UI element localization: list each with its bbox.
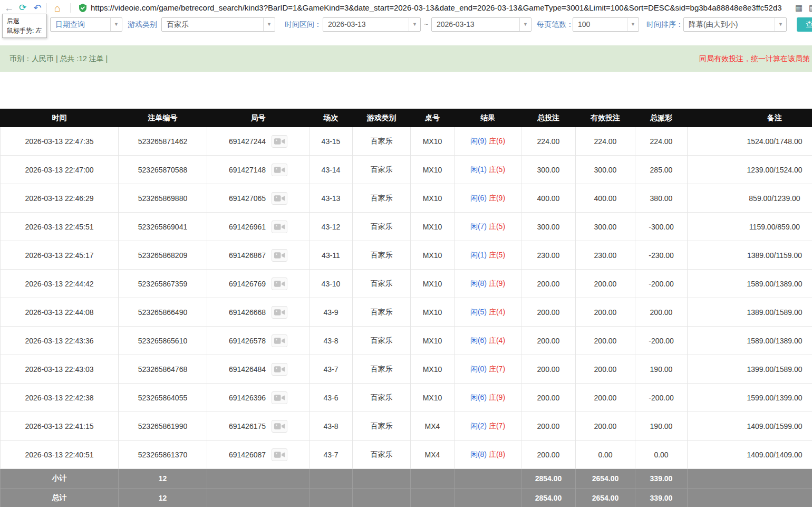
table-row: 2026-03-13 22:40:51 523265861370 6914260… [1, 441, 812, 469]
chevron-down-icon: ▼ [409, 18, 420, 31]
total-payout: 339.00 [635, 489, 688, 507]
cell-round: 691426484 [207, 355, 310, 384]
banker-result: 庄(8) [489, 450, 505, 458]
table-row: 2026-03-13 22:45:17 523265868209 6914268… [1, 241, 812, 270]
cell-table: MX4 [411, 412, 455, 441]
video-replay-icon[interactable] [272, 192, 287, 205]
cell-time: 2026-03-13 22:41:15 [1, 412, 119, 441]
cell-game-type: 百家乐 [353, 384, 411, 412]
round-number: 691427244 [229, 137, 266, 146]
video-replay-icon[interactable] [272, 164, 287, 176]
cell-valid-bet: 230.00 [576, 241, 635, 270]
cell-valid-bet: 200.00 [576, 412, 635, 441]
col-header-note: 备注 [688, 109, 812, 127]
cell-time: 2026-03-13 22:47:00 [1, 156, 119, 184]
player-result: 闲(1) [470, 165, 487, 174]
cell-valid-bet: 224.00 [576, 127, 635, 156]
cell-table: MX10 [411, 127, 455, 156]
cell-payout: 190.00 [635, 412, 688, 441]
cell-session: 43-10 [310, 270, 353, 298]
cell-table: MX10 [411, 213, 455, 241]
browser-edge-icon[interactable]: ▤ [806, 0, 812, 16]
cell-payout: 285.00 [635, 156, 688, 184]
address-bar[interactable]: https://videoie.com/game/betrecord_searc… [91, 0, 782, 16]
round-number: 691426961 [229, 223, 266, 231]
video-replay-icon[interactable] [272, 334, 287, 347]
cell-total-bet: 200.00 [521, 441, 576, 469]
date-query-value: 日期查询 [55, 18, 85, 31]
per-page-select[interactable]: 100 ▼ [573, 17, 639, 32]
cell-total-bet: 200.00 [521, 355, 576, 384]
cell-time: 2026-03-13 22:40:51 [1, 441, 119, 469]
col-header-valid-bet: 有效投注 [576, 109, 635, 127]
tooltip-action-label: 后退 [7, 16, 42, 26]
cell-payout: 190.00 [635, 355, 688, 384]
video-replay-icon[interactable] [272, 306, 287, 319]
video-replay-icon[interactable] [272, 363, 287, 376]
cell-note: 1239.00/1524.00 [688, 156, 812, 184]
banker-result: 庄(7) [489, 422, 505, 430]
video-replay-icon[interactable] [272, 278, 287, 290]
col-header-result: 结果 [455, 109, 521, 127]
cell-table: MX10 [411, 156, 455, 184]
cell-total-bet: 200.00 [521, 327, 576, 355]
cell-total-bet: 300.00 [521, 156, 576, 184]
video-replay-icon[interactable] [272, 448, 287, 461]
currency-total-summary: 币别：人民币 | 总共 :12 注单 | [9, 45, 108, 72]
summary-bar: 币别：人民币 | 总共 :12 注单 | 同局有效投注，统一计算在该局第 [0, 45, 812, 72]
video-replay-icon[interactable] [272, 249, 287, 262]
cell-bet-id: 523265869880 [119, 184, 207, 213]
apps-grid-icon[interactable]: ▦ [792, 0, 806, 16]
round-number: 691426769 [229, 280, 266, 288]
date-query-select[interactable]: 日期查询 ▼ [50, 17, 122, 32]
banker-result: 庄(5) [489, 222, 505, 231]
footer-empty-cell [207, 489, 310, 507]
cell-result: 闲(9) 庄(6) [455, 127, 521, 156]
cell-valid-bet: 200.00 [576, 384, 635, 412]
cell-round: 691427065 [207, 184, 310, 213]
video-replay-icon[interactable] [272, 135, 287, 148]
cell-game-type: 百家乐 [353, 412, 411, 441]
sort-value: 降幕(由大到小) [689, 18, 738, 31]
cell-payout: -200.00 [635, 384, 688, 412]
cell-note: 1409.00/1409.00 [688, 441, 812, 469]
footer-empty-cell [688, 469, 812, 489]
player-result: 闲(5) [470, 308, 487, 316]
cell-total-bet: 200.00 [521, 384, 576, 412]
search-button[interactable]: 查询 [797, 17, 812, 32]
sort-select[interactable]: 降幕(由大到小) ▼ [683, 17, 787, 32]
cell-note: 1159.00/859.00 [688, 213, 812, 241]
cell-bet-id: 523265870588 [119, 156, 207, 184]
cell-time: 2026-03-13 22:45:17 [1, 241, 119, 270]
video-replay-icon[interactable] [272, 391, 287, 404]
game-category-value: 百家乐 [167, 18, 189, 31]
cell-note: 859.00/1239.00 [688, 184, 812, 213]
table-row: 2026-03-13 22:42:38 523265864055 6914263… [1, 384, 812, 412]
sort-label: 时间排序： [646, 16, 683, 33]
cell-result: 闲(7) 庄(5) [455, 213, 521, 241]
date-end-select[interactable]: 2026-03-13 ▼ [431, 17, 531, 32]
cell-game-type: 百家乐 [353, 184, 411, 213]
video-replay-icon[interactable] [272, 420, 287, 433]
player-result: 闲(7) [470, 222, 487, 231]
toolbar-divider [70, 3, 71, 13]
video-replay-icon[interactable] [272, 221, 287, 233]
cell-game-type: 百家乐 [353, 213, 411, 241]
cell-note: 1399.00/1589.00 [688, 355, 812, 384]
date-start-select[interactable]: 2026-03-13 ▼ [323, 17, 421, 32]
home-icon[interactable]: ⌂ [51, 0, 64, 16]
banker-result: 庄(9) [489, 393, 505, 401]
table-row: 2026-03-13 22:44:08 523265866490 6914266… [1, 298, 812, 327]
table-row: 2026-03-13 22:43:03 523265864768 6914264… [1, 355, 812, 384]
chevron-down-icon: ▼ [775, 18, 786, 31]
cell-bet-id: 523265861370 [119, 441, 207, 469]
cell-session: 43-14 [310, 156, 353, 184]
cell-total-bet: 200.00 [521, 270, 576, 298]
cell-game-type: 百家乐 [353, 441, 411, 469]
total-count: 12 [119, 489, 207, 507]
cell-game-type: 百家乐 [353, 156, 411, 184]
table-header-row: 时间 注单编号 局号 场次 游戏类别 桌号 结果 总投注 有效投注 总派彩 备注 [1, 109, 812, 127]
game-category-select[interactable]: 百家乐 ▼ [161, 17, 275, 32]
cell-round: 691427244 [207, 127, 310, 156]
cell-game-type: 百家乐 [353, 127, 411, 156]
